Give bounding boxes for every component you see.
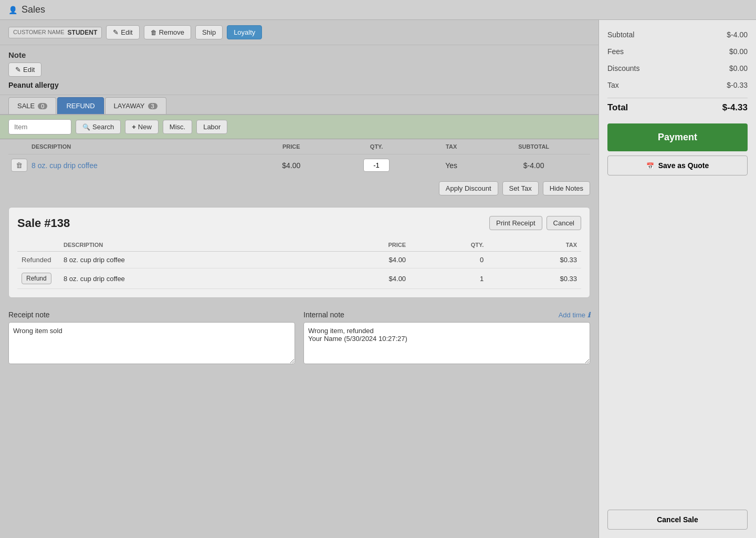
hide-notes-label: Hide Notes <box>550 184 583 192</box>
trash-icon <box>151 28 157 36</box>
edit-note-button[interactable]: Edit <box>8 63 41 77</box>
tax-value: $-0.33 <box>727 81 748 89</box>
tab-refund[interactable]: REFUND <box>57 97 103 114</box>
subtotal-value: $-4.00 <box>727 30 748 39</box>
apply-discount-button[interactable]: Apply Discount <box>439 181 498 195</box>
edit-customer-button[interactable]: Edit <box>106 25 139 39</box>
add-time-link[interactable]: Add time <box>559 311 590 319</box>
item-subtotal: $-4.00 <box>477 154 590 177</box>
items-table-container: DESCRIPTION PRICE QTY. TAX SUBTOTAL 🗑 <box>0 139 598 176</box>
summary-discounts: Discounts $0.00 <box>607 62 748 75</box>
refunded-tax: $0.33 <box>488 252 581 268</box>
refunded-status: Refunded <box>17 252 59 268</box>
discounts-label: Discounts <box>607 64 639 73</box>
top-bar: Sales <box>0 0 756 20</box>
col-delete <box>8 139 29 154</box>
remove-customer-button[interactable]: Remove <box>144 25 191 39</box>
payment-button[interactable]: Payment <box>607 123 748 151</box>
remove-customer-label: Remove <box>159 28 184 36</box>
internal-note-header: Internal note Add time <box>303 311 590 319</box>
labor-label: Labor <box>203 123 220 131</box>
internal-note-textarea[interactable]: Wrong item, refunded Your Name (5/30/202… <box>303 322 590 364</box>
customer-value: STUDENT <box>68 29 98 36</box>
customer-name-badge: CUSTOMER NAME STUDENT <box>8 27 102 38</box>
apply-discount-label: Apply Discount <box>446 184 491 192</box>
sale-title: Sale #138 <box>17 216 70 230</box>
note-title: Note <box>8 50 590 59</box>
save-quote-button[interactable]: Save as Quote <box>607 156 748 175</box>
rcol-tax: TAX <box>488 239 581 252</box>
refunded-desc: 8 oz. cup drip coffee <box>59 252 314 268</box>
receipt-note-title: Receipt note <box>8 311 295 319</box>
tab-sale-badge: 0 <box>38 103 47 109</box>
info-icon <box>587 311 590 319</box>
col-price: PRICE <box>255 139 328 154</box>
qty-input[interactable] <box>363 159 390 172</box>
summary-subtotal: Subtotal $-4.00 <box>607 28 748 41</box>
receipt-table: DESCRIPTION PRICE QTY. TAX Refunded 8 oz… <box>17 239 581 289</box>
cancel-receipt-button[interactable]: Cancel <box>547 216 581 230</box>
refund-tax: $0.33 <box>488 268 581 289</box>
item-price: $4.00 <box>255 154 328 177</box>
plus-icon <box>132 123 136 131</box>
col-tax: TAX <box>425 139 477 154</box>
set-tax-button[interactable]: Set Tax <box>502 181 539 195</box>
customer-label: CUSTOMER NAME <box>13 29 65 36</box>
save-quote-label: Save as Quote <box>658 161 709 170</box>
table-row: 🗑 8 oz. cup drip coffee $4.00 Yes $-4.00 <box>8 154 590 177</box>
delete-item-button[interactable]: 🗑 <box>11 159 27 172</box>
summary-tax: Tax $-0.33 <box>607 79 748 91</box>
print-receipt-button[interactable]: Print Receipt <box>489 216 542 230</box>
internal-note-title: Internal note <box>303 311 344 319</box>
rcol-description: DESCRIPTION <box>59 239 314 252</box>
tab-sale-label: SALE <box>17 102 35 110</box>
search-icon <box>82 123 90 131</box>
item-input[interactable] <box>8 119 71 134</box>
tab-sale[interactable]: SALE 0 <box>8 97 56 114</box>
search-label: Search <box>92 123 114 131</box>
summary-total: Total $-4.33 <box>607 98 748 115</box>
left-panel: CUSTOMER NAME STUDENT Edit Remove Ship L… <box>0 20 598 538</box>
set-tax-label: Set Tax <box>509 184 532 192</box>
misc-label: Misc. <box>170 123 185 131</box>
tab-layaway-badge: 3 <box>148 103 158 109</box>
receipt-row-refund: Refund 8 oz. cup drip coffee $4.00 1 $0.… <box>17 268 581 289</box>
print-receipt-label: Print Receipt <box>496 219 535 227</box>
sale-header-btns: Print Receipt Cancel <box>489 216 581 230</box>
edit-customer-label: Edit <box>121 28 132 36</box>
payment-label: Payment <box>658 132 697 142</box>
labor-button[interactable]: Labor <box>196 120 227 134</box>
tab-layaway[interactable]: LAYAWAY 3 <box>105 97 166 114</box>
summary-fees: Fees $0.00 <box>607 45 748 58</box>
cancel-sale-button[interactable]: Cancel Sale <box>607 510 748 530</box>
cancel-receipt-label: Cancel <box>553 219 574 227</box>
col-subtotal: SUBTOTAL <box>477 139 590 154</box>
customer-bar: CUSTOMER NAME STUDENT Edit Remove Ship L… <box>0 20 598 45</box>
tax-label: Tax <box>607 81 619 89</box>
item-tax: Yes <box>425 154 477 177</box>
receipt-note-textarea[interactable]: Wrong item sold <box>8 322 295 364</box>
misc-button[interactable]: Misc. <box>163 120 192 134</box>
pencil-icon <box>113 28 119 36</box>
sale-header: Sale #138 Print Receipt Cancel <box>17 216 581 230</box>
discounts-value: $0.00 <box>729 64 748 73</box>
refund-price: $4.00 <box>314 268 410 289</box>
loyalty-button[interactable]: Loyalty <box>227 25 262 39</box>
rcol-price: PRICE <box>314 239 410 252</box>
refunded-qty: 0 <box>410 252 488 268</box>
tabs-bar: SALE 0 REFUND LAYAWAY 3 <box>0 97 598 115</box>
ship-button[interactable]: Ship <box>195 25 223 39</box>
search-button[interactable]: Search <box>76 120 121 134</box>
refund-label: Refund <box>26 275 47 282</box>
new-button[interactable]: New <box>125 120 159 134</box>
right-panel: Subtotal $-4.00 Fees $0.00 Discounts $0.… <box>598 20 756 538</box>
item-name: 8 oz. cup drip coffee <box>29 154 255 177</box>
note-section: Note Edit Peanut allergy <box>0 45 598 95</box>
hide-notes-button[interactable]: Hide Notes <box>543 181 590 195</box>
refund-button[interactable]: Refund <box>22 273 51 284</box>
item-search-bar: Search New Misc. Labor <box>0 115 598 139</box>
tab-refund-label: REFUND <box>66 102 94 110</box>
pencil-icon-note <box>15 66 21 74</box>
refund-qty: 1 <box>410 268 488 289</box>
fees-value: $0.00 <box>729 47 748 56</box>
